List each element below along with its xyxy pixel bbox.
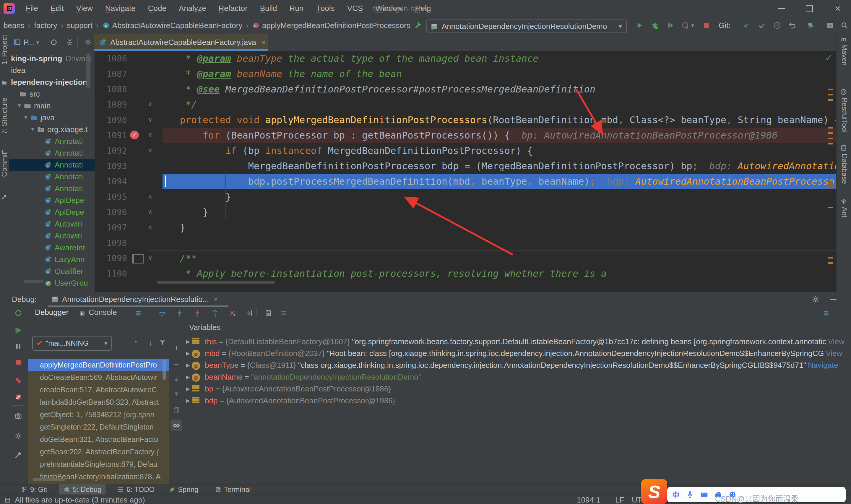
variable-row[interactable]: ▶this = {DefaultListableBeanFactory@1607…	[184, 336, 848, 347]
fold-marker-icon[interactable]: ∧	[148, 97, 152, 112]
move-down-button[interactable]: ▼	[170, 388, 182, 400]
frame-row[interactable]: doCreateBean:569, AbstractAutowir	[28, 371, 169, 383]
search-everywhere-button[interactable]	[837, 17, 851, 34]
line-number[interactable]: 1088	[94, 82, 127, 97]
debug-button[interactable]	[648, 17, 662, 34]
line-number[interactable]: 1093	[94, 158, 127, 174]
line-number[interactable]: 1094	[94, 174, 127, 189]
tree-item[interactable]: cAnnotati	[9, 171, 94, 183]
frame-row[interactable]: lambda$doGetBean$0:323, Abstract	[28, 396, 169, 408]
project-structure-button[interactable]	[804, 17, 818, 34]
code-line[interactable]: 1092∨ if (bp instanceof MergedBeanDefini…	[94, 143, 836, 158]
trace-settings-button[interactable]	[278, 307, 290, 319]
debug-settings-gear-icon[interactable]	[810, 293, 821, 305]
collapse-all-button[interactable]	[62, 34, 77, 51]
stripe-database[interactable]: Database	[840, 154, 849, 184]
evaluate-expression-button[interactable]	[262, 307, 274, 319]
menu-file[interactable]: File	[19, 0, 44, 17]
step-over-button[interactable]	[156, 307, 168, 319]
expand-arrow-icon[interactable]: ▶	[184, 339, 192, 345]
toolwindow-spring[interactable]: Spring	[164, 485, 202, 494]
frame-row[interactable]: preInstantiateSingletons:879, Defau	[28, 458, 169, 470]
project-tree-hscrollbar[interactable]	[23, 280, 43, 283]
project-tree[interactable]: king-in-springD:\workidealependency-inje…	[9, 51, 95, 292]
fold-marker-icon[interactable]: ∧	[148, 204, 152, 220]
expand-arrow-icon[interactable]: ▶	[184, 362, 192, 368]
tree-item[interactable]: @UserGrou	[9, 277, 94, 289]
fold-marker-icon[interactable]: ∧	[148, 189, 152, 204]
tree-expand-arrow[interactable]: ▼	[30, 126, 35, 132]
toolwindow-terminal[interactable]: Terminal	[211, 485, 255, 494]
close-tab-icon[interactable]: ×	[261, 38, 266, 47]
force-step-into-button[interactable]	[192, 307, 203, 319]
variable-row[interactable]: ▶bp = {AutowiredAnnotationBeanPostProces…	[184, 383, 848, 395]
stop-button2[interactable]	[13, 356, 24, 368]
code-line[interactable]: 1097∧ }	[94, 220, 836, 235]
thread-dump-button[interactable]	[13, 410, 24, 422]
sogou-ime-logo[interactable]: S	[641, 479, 667, 504]
line-number[interactable]: 1099	[94, 251, 127, 266]
debug-session-tab[interactable]: AnnotationDependencyInjectionResolutio..…	[50, 293, 217, 305]
close-session-icon[interactable]: ×	[214, 295, 217, 303]
tree-item[interactable]: cAutowiri	[9, 230, 94, 242]
breadcrumb-item[interactable]: factory	[33, 21, 58, 30]
debugger-settings-button[interactable]	[13, 430, 24, 442]
maximize-button[interactable]	[797, 0, 822, 17]
comment-render-icon[interactable]	[132, 254, 144, 264]
tree-expand-arrow[interactable]: ▼	[23, 115, 29, 121]
tree-item[interactable]: ▼java	[9, 112, 94, 124]
variable-view-link[interactable]: View	[828, 337, 845, 346]
stop-button[interactable]	[699, 17, 713, 34]
code-line[interactable]: 1091✓∨ for (BeanPostProcessor bp : getBe…	[94, 128, 836, 143]
stripe-maven[interactable]: Maven	[840, 44, 849, 66]
variable-row[interactable]: ▶pbeanType = {Class@1911} "class org.xia…	[184, 359, 848, 371]
update-project-button[interactable]	[739, 17, 754, 34]
expand-arrow-icon[interactable]: ▶	[184, 374, 192, 380]
history-button[interactable]	[770, 17, 784, 34]
toolwindow-9-git[interactable]: 9: Git	[17, 485, 51, 494]
breadcrumb-item[interactable]: beans	[2, 21, 26, 30]
editor-hscrollbar[interactable]	[157, 281, 275, 284]
run-configuration-select[interactable]: AnnotationDependencyInjectionResolutionD…	[427, 19, 627, 33]
mute-breakpoints-button[interactable]	[13, 391, 24, 403]
hide-panel-icon[interactable]	[827, 293, 839, 305]
frame-row[interactable]: getObject:-1, 758348212 (org.sprin	[28, 408, 169, 421]
add-watch-button[interactable]: +	[170, 342, 182, 354]
code-line[interactable]: 1093 MergedBeanDefinitionPostProcessor b…	[94, 158, 836, 174]
line-number[interactable]: 1091	[94, 128, 127, 143]
variable-row[interactable]: ▶bdp = {AutowiredAnnotationBeanPostProce…	[184, 395, 848, 407]
filter-frames-icon[interactable]	[157, 337, 168, 348]
code-line[interactable]: 1094 bdp.postProcessMergedBeanDefinition…	[94, 174, 836, 189]
layout-settings-button[interactable]	[132, 307, 144, 319]
line-number[interactable]: 1100	[94, 266, 127, 281]
menu-refactor[interactable]: Refactor	[212, 0, 254, 17]
stripe-1-project[interactable]: 1: Project	[0, 35, 8, 65]
fold-marker-icon[interactable]: ∧	[148, 220, 152, 235]
resume-button[interactable]	[13, 324, 24, 336]
code-line[interactable]: 1096∧ }	[94, 204, 836, 220]
fold-marker-icon[interactable]: ∨	[148, 251, 152, 266]
toolwindow-6-todo[interactable]: 6: TODO	[113, 485, 159, 494]
breadcrumb-item[interactable]: cAbstractAutowireCapableBeanFactory	[101, 21, 244, 30]
tree-expand-arrow[interactable]: ▼	[17, 103, 22, 109]
line-number[interactable]: 1098	[94, 235, 127, 251]
menu-run[interactable]: Run	[283, 0, 310, 17]
menu-view[interactable]: View	[70, 0, 99, 17]
tree-item[interactable]: king-in-springD:\work	[9, 53, 94, 65]
run-with-coverage-button[interactable]	[663, 17, 677, 34]
variable-view-link[interactable]: View	[826, 349, 843, 358]
tree-item[interactable]: cQualifier	[9, 265, 94, 277]
line-number[interactable]: 1092	[94, 143, 127, 158]
line-separator[interactable]: LF	[615, 496, 624, 504]
frames-hscrollbar[interactable]	[33, 478, 65, 481]
tree-item[interactable]: cAnnotati	[9, 159, 94, 171]
line-number[interactable]: 1096	[94, 204, 127, 220]
move-up-button[interactable]: ▲	[170, 373, 182, 385]
console-tab-icon[interactable]	[76, 308, 88, 320]
profiler-chevron-icon[interactable]: ▼	[690, 23, 695, 29]
tree-item[interactable]: idea	[9, 65, 94, 76]
frames-scrollbar[interactable]	[163, 359, 166, 380]
line-number[interactable]: 1097	[94, 220, 127, 235]
ime-keyboard-icon[interactable]	[700, 490, 709, 499]
expand-arrow-icon[interactable]: ▶	[184, 398, 192, 404]
